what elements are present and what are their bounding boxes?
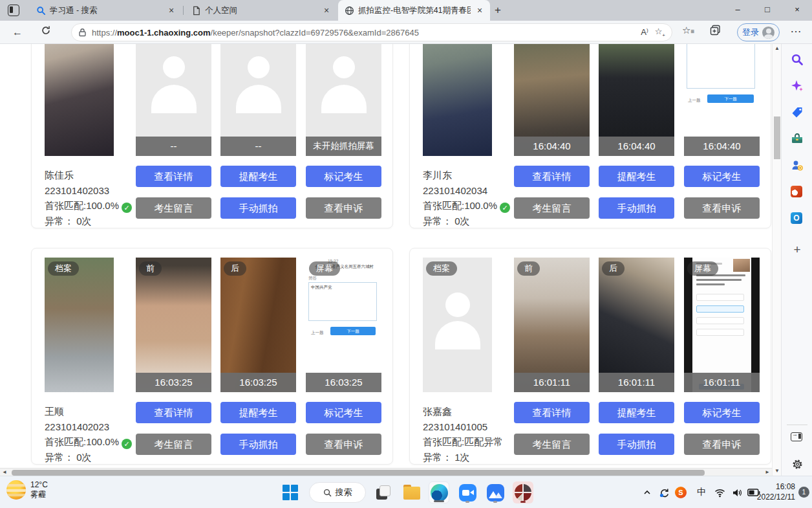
taskbar-clock[interactable]: 16:08 2022/12/11 xyxy=(757,481,795,502)
remind-student-button[interactable]: 提醒考生 xyxy=(599,402,674,423)
tab-close-icon[interactable]: × xyxy=(321,5,332,16)
back-camera-snapshot[interactable]: 后16:01:11 xyxy=(599,258,674,392)
new-tab-button[interactable]: + xyxy=(490,3,506,18)
back-button[interactable]: ← xyxy=(9,24,26,41)
weather-widget[interactable]: 12°C 雾霾 xyxy=(6,480,48,500)
outlook-icon[interactable]: O xyxy=(791,212,804,225)
student-message-button[interactable]: 考生留言 xyxy=(136,197,211,219)
file-explorer-button[interactable] xyxy=(401,481,422,503)
screen-snapshot-placeholder[interactable]: 未开始抓拍屏幕 xyxy=(306,44,381,156)
edge-browser-button[interactable] xyxy=(429,481,449,503)
archive-photo[interactable] xyxy=(423,44,492,156)
browser-menu-icon[interactable]: … xyxy=(790,22,802,36)
sidebar-add-icon[interactable]: + xyxy=(791,243,804,256)
window-close-button[interactable]: × xyxy=(782,0,812,21)
tab-close-icon[interactable]: × xyxy=(475,5,485,16)
back-snapshot-placeholder[interactable]: -- xyxy=(220,44,296,156)
front-camera-snapshot[interactable]: 16:04:40 xyxy=(514,44,590,156)
vertical-scrollbar[interactable]: ▲ ▼ xyxy=(772,44,781,476)
wifi-tray-icon[interactable] xyxy=(714,481,725,503)
task-view-button[interactable] xyxy=(373,481,394,503)
horizontal-scrollbar[interactable]: ◄ ► xyxy=(0,468,772,476)
back-camera-snapshot[interactable]: 16:04:40 xyxy=(599,44,674,156)
open-in-sidebar-icon[interactable] xyxy=(791,432,804,445)
manual-capture-button[interactable]: 手动抓拍 xyxy=(220,434,296,455)
front-snapshot-placeholder[interactable]: -- xyxy=(136,44,211,156)
screen-snapshot[interactable]: 屏幕 16:01:11 xyxy=(684,258,760,392)
xuexitong-app-button[interactable] xyxy=(485,481,506,503)
view-detail-button[interactable]: 查看详情 xyxy=(136,402,211,423)
volume-tray-icon[interactable] xyxy=(732,481,742,503)
front-camera-snapshot[interactable]: 前16:03:25 xyxy=(136,258,211,392)
remind-student-button[interactable]: 提醒考生 xyxy=(599,166,674,187)
mark-student-button[interactable]: 标记考生 xyxy=(684,402,760,423)
address-bar[interactable]: https://mooc1-1.chaoxing.com/keeper/snap… xyxy=(71,23,672,41)
archive-photo-placeholder[interactable]: 档案 xyxy=(423,258,492,392)
active-app-button[interactable] xyxy=(513,481,533,503)
sync-tray-icon[interactable] xyxy=(659,481,670,503)
favorites-hub-icon[interactable]: ☆≡ xyxy=(682,25,694,36)
archive-photo[interactable] xyxy=(45,44,114,156)
login-button[interactable]: 登录 xyxy=(737,23,780,41)
tab-snapshot-monitor[interactable]: 抓拍监控-电智学院第41期青春团 × xyxy=(338,0,490,21)
student-message-button[interactable]: 考生留言 xyxy=(136,434,211,455)
start-button[interactable] xyxy=(280,481,301,503)
tab-personal-space[interactable]: 个人空间 × xyxy=(185,0,337,21)
view-detail-button[interactable]: 查看详情 xyxy=(514,166,590,187)
scroll-up-arrow[interactable]: ▲ xyxy=(773,44,782,53)
back-tag: 后 xyxy=(602,261,625,276)
view-appeal-button[interactable]: 查看申诉 xyxy=(684,197,760,219)
screen-snapshot[interactable]: 答题 申试提交. 上一题 下一题 16:04:40 xyxy=(684,44,760,156)
archive-tag: 档案 xyxy=(426,261,457,276)
tools-icon[interactable] xyxy=(791,133,804,146)
student-message-button[interactable]: 考生留言 xyxy=(514,434,590,455)
browser-toolbar: ← https://mooc1-1.chaoxing.com/keeper/sn… xyxy=(0,21,812,44)
discover-copilot-icon[interactable] xyxy=(791,80,804,93)
site-info-lock-icon[interactable] xyxy=(78,28,87,37)
snapshot-time: 16:01:11 xyxy=(599,373,674,392)
tray-chevron[interactable] xyxy=(643,481,652,503)
ime-mode-indicator[interactable]: 中 xyxy=(697,481,706,503)
remind-student-button[interactable]: 提醒考生 xyxy=(220,166,296,187)
screen-snapshot[interactable]: 15:32 会执广党者产义名周五赛六城村 简答 中国共产党 上一题 下一题 屏幕… xyxy=(306,258,381,392)
refresh-button[interactable] xyxy=(37,24,54,41)
mark-student-button[interactable]: 标记考生 xyxy=(306,402,381,423)
mark-student-button[interactable]: 标记考生 xyxy=(684,166,760,187)
collections-icon[interactable] xyxy=(710,25,721,38)
windows-logo-icon xyxy=(283,485,298,500)
window-minimize-button[interactable]: – xyxy=(723,0,753,21)
window-maximize-button[interactable]: □ xyxy=(753,0,782,21)
tab-actions-icon[interactable] xyxy=(8,5,19,16)
add-favorite-star-icon[interactable]: ☆+ xyxy=(655,27,665,38)
microsoft-365-icon[interactable] xyxy=(791,186,804,199)
view-detail-button[interactable]: 查看详情 xyxy=(514,402,590,423)
sidebar-settings-gear-icon[interactable] xyxy=(791,458,804,471)
manual-capture-button[interactable]: 手动抓拍 xyxy=(599,434,674,455)
tab-xuexitong-search[interactable]: 学习通 - 搜索 × xyxy=(30,0,182,21)
mark-student-button[interactable]: 标记考生 xyxy=(306,166,381,187)
view-appeal-button[interactable]: 查看申诉 xyxy=(306,434,381,455)
read-aloud-icon[interactable]: A) xyxy=(641,27,648,37)
taskbar-search[interactable]: 搜索 xyxy=(309,482,366,503)
view-appeal-button[interactable]: 查看申诉 xyxy=(306,197,381,219)
manual-capture-button[interactable]: 手动抓拍 xyxy=(599,197,674,219)
sogou-input-tray-icon[interactable]: S xyxy=(675,481,687,503)
archive-photo[interactable]: 档案 xyxy=(45,258,114,392)
horizontal-scroll-thumb[interactable] xyxy=(12,470,705,476)
scroll-down-arrow[interactable]: ▼ xyxy=(773,467,782,476)
view-appeal-button[interactable]: 查看申诉 xyxy=(684,434,760,455)
remind-student-button[interactable]: 提醒考生 xyxy=(220,402,296,423)
tab-close-icon[interactable]: × xyxy=(166,5,176,16)
zoom-app-button[interactable] xyxy=(457,481,478,503)
vertical-scroll-thumb[interactable] xyxy=(774,116,780,159)
weather-desc: 雾霾 xyxy=(30,490,48,500)
shopping-icon[interactable] xyxy=(791,106,804,119)
front-camera-snapshot[interactable]: 前16:01:11 xyxy=(514,258,590,392)
bing-search-icon[interactable] xyxy=(791,53,804,66)
view-detail-button[interactable]: 查看详情 xyxy=(136,166,211,187)
student-message-button[interactable]: 考生留言 xyxy=(514,197,590,219)
back-camera-snapshot[interactable]: 后16:03:25 xyxy=(220,258,296,392)
manual-capture-button[interactable]: 手动抓拍 xyxy=(220,197,296,219)
notification-count-badge[interactable]: 1 xyxy=(798,487,809,498)
games-icon[interactable] xyxy=(791,159,804,172)
